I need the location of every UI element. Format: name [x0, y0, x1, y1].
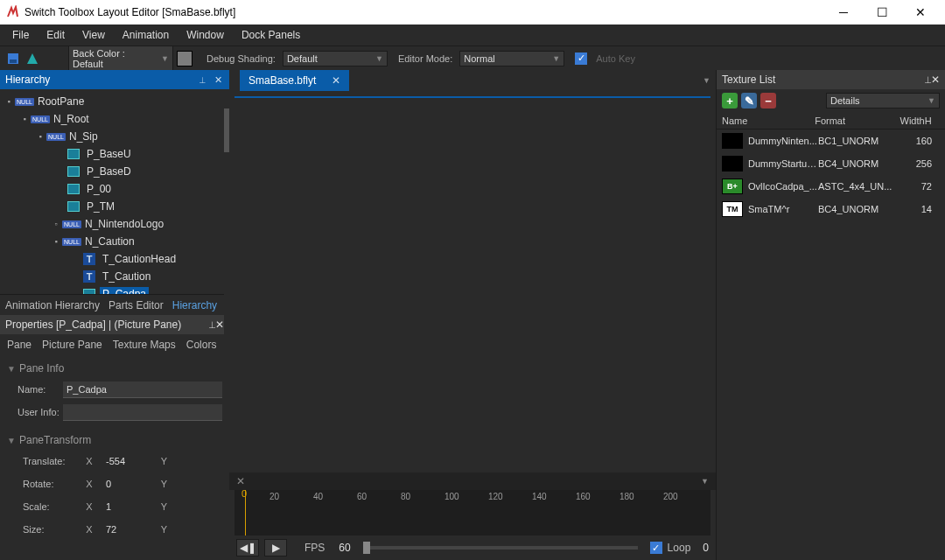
- frame-value[interactable]: 0: [703, 542, 709, 554]
- minimize-button[interactable]: ─: [824, 0, 863, 24]
- autokey-checkbox[interactable]: ✓: [575, 52, 587, 65]
- tree-node-root[interactable]: ▪NULLRootPane: [0, 93, 229, 110]
- name-label: Name:: [7, 384, 60, 395]
- backcolor-swatch[interactable]: [177, 51, 192, 66]
- tree-node-nroot[interactable]: ▪NULLN_Root: [0, 110, 229, 128]
- texture-width: 72: [897, 181, 932, 192]
- timeline-slider[interactable]: [363, 546, 638, 550]
- document-tabbar: SmaBase.bflyt ✕ ▼: [229, 70, 716, 91]
- tree-node-tcautionhead[interactable]: TT_CautionHead: [0, 250, 229, 268]
- row-size: Size: X 72 Y: [7, 518, 222, 541]
- pin-icon[interactable]: ⟂: [925, 74, 931, 86]
- close-icon[interactable]: ✕: [212, 74, 224, 86]
- menu-window[interactable]: Window: [178, 26, 233, 44]
- row-scale: Scale: X 1 Y: [7, 495, 222, 518]
- timeline-strip: ✕ ▼: [229, 472, 716, 490]
- tree-node-tcaution[interactable]: TT_Caution: [0, 268, 229, 285]
- debugshading-dropdown[interactable]: Default▼: [283, 51, 388, 66]
- properties-tabs: Pane Picture Pane Texture Maps Colors: [0, 334, 229, 355]
- row-translate: Translate: X -554 Y: [7, 450, 222, 472]
- name-input[interactable]: [63, 382, 222, 398]
- texture-format: ASTC_4x4_UN...: [818, 181, 897, 192]
- delete-texture-button[interactable]: −: [760, 93, 776, 108]
- section-transform[interactable]: ▼PaneTransform: [7, 430, 222, 450]
- timeline-tick: 100: [444, 492, 459, 501]
- hierarchy-tree[interactable]: ▪NULLRootPane ▪NULLN_Root ▪NULLN_Sip P_B…: [0, 89, 229, 294]
- tab-parts-editor[interactable]: Parts Editor: [108, 299, 164, 312]
- timeline-tick: 160: [576, 492, 591, 501]
- tab-dropdown-icon[interactable]: ▼: [697, 76, 716, 85]
- menu-view[interactable]: View: [74, 26, 114, 44]
- play-button[interactable]: ▶: [264, 539, 287, 556]
- tree-node-ptm[interactable]: P_TM: [0, 198, 229, 215]
- texture-width: 14: [897, 204, 932, 214]
- tree-node-pbaseu[interactable]: P_BaseU: [0, 145, 229, 163]
- tab-colors[interactable]: Colors: [186, 339, 217, 351]
- edit-texture-button[interactable]: ✎: [741, 93, 757, 108]
- tree-node-nlogo[interactable]: ▫NULLN_NintendoLogo: [0, 215, 229, 233]
- tree-node-nsip[interactable]: ▪NULLN_Sip: [0, 128, 229, 145]
- tab-texturemaps[interactable]: Texture Maps: [113, 339, 176, 351]
- close-button[interactable]: ✕: [901, 0, 940, 24]
- timeline-close-icon[interactable]: ✕: [236, 475, 245, 487]
- tree-node-pbased[interactable]: P_BaseD: [0, 163, 229, 180]
- texture-name: DummyNinten...: [748, 136, 818, 146]
- userinfo-input[interactable]: [63, 404, 222, 421]
- viewport-scrollbar[interactable]: [224, 91, 229, 472]
- menu-edit[interactable]: Edit: [38, 26, 74, 44]
- layout-viewport[interactable]: B+: [234, 96, 710, 98]
- timeline-ruler: 20406080100120140160180200: [234, 490, 710, 508]
- tab-hierarchy[interactable]: Hierarchy: [172, 299, 217, 312]
- texture-name: OvlIcoCadpa_...: [748, 181, 818, 192]
- tool-icon[interactable]: [24, 51, 40, 66]
- section-paneinfo[interactable]: ▼Pane Info: [7, 359, 222, 378]
- translate-x[interactable]: -554: [106, 456, 148, 466]
- loop-checkbox[interactable]: ✓: [650, 542, 662, 554]
- tab-pane[interactable]: Pane: [7, 339, 32, 351]
- timeline-caret-icon[interactable]: ▼: [701, 477, 709, 486]
- close-icon[interactable]: ✕: [931, 74, 940, 86]
- texture-view-dropdown[interactable]: Details▼: [826, 93, 940, 108]
- timeline-controls: ◀❚ ▶ FPS 60 ✓ Loop 0: [229, 536, 716, 560]
- timeline-tick: 200: [663, 492, 678, 501]
- texture-row[interactable]: DummyNinten...BC1_UNORM160: [717, 130, 945, 152]
- close-tab-icon[interactable]: ✕: [332, 74, 340, 87]
- prev-frame-button[interactable]: ◀❚: [236, 539, 259, 556]
- svg-rect-1: [10, 60, 17, 63]
- size-x[interactable]: 72: [106, 524, 148, 535]
- tree-node-pcadpa[interactable]: P_Cadpa: [0, 285, 229, 294]
- tab-picturepane[interactable]: Picture Pane: [42, 339, 102, 351]
- menu-animation[interactable]: Animation: [114, 26, 178, 44]
- document-tab[interactable]: SmaBase.bflyt ✕: [240, 70, 349, 91]
- editormode-dropdown[interactable]: Normal▼: [459, 51, 564, 66]
- tree-node-ncaution[interactable]: ▪NULLN_Caution: [0, 233, 229, 250]
- menu-file[interactable]: File: [4, 26, 38, 44]
- app-icon: [5, 5, 19, 19]
- texturelist-toolbar: + ✎ − Details▼: [717, 89, 945, 112]
- timeline[interactable]: 20406080100120140160180200: [234, 490, 710, 536]
- timeline-tick: 180: [620, 492, 634, 501]
- texture-format: BC1_UNORM: [818, 136, 897, 146]
- add-texture-button[interactable]: +: [722, 93, 738, 108]
- fps-value[interactable]: 60: [339, 542, 350, 554]
- save-icon[interactable]: [5, 51, 21, 66]
- texture-width: 256: [897, 158, 932, 169]
- tree-node-p00[interactable]: P_00: [0, 180, 229, 198]
- backcolor-dropdown[interactable]: Back Color : Default▼: [68, 46, 173, 72]
- scale-x[interactable]: 1: [106, 501, 148, 512]
- tab-anim-hierarchy[interactable]: Animation Hierarchy: [5, 299, 100, 312]
- timeline-tick: 140: [532, 492, 547, 501]
- texture-row[interactable]: DummyStartup...BC4_UNORM256: [717, 152, 945, 175]
- rotate-x[interactable]: 0: [106, 479, 148, 489]
- close-icon[interactable]: ✕: [215, 318, 224, 331]
- autokey-label: Auto Key: [596, 53, 635, 64]
- pin-icon[interactable]: ⟂: [209, 318, 215, 331]
- texture-row[interactable]: B+OvlIcoCadpa_...ASTC_4x4_UN...72: [717, 175, 945, 198]
- maximize-button[interactable]: ☐: [863, 0, 901, 24]
- pin-icon[interactable]: ⟂: [196, 74, 208, 85]
- texture-row[interactable]: TMSmaTM^rBC4_UNORM14: [717, 198, 945, 220]
- texture-width: 160: [897, 136, 932, 146]
- menu-dockpanels[interactable]: Dock Panels: [233, 26, 309, 44]
- texture-rows: DummyNinten...BC1_UNORM160DummyStartup..…: [717, 130, 945, 220]
- texture-format: BC4_UNORM: [818, 204, 897, 214]
